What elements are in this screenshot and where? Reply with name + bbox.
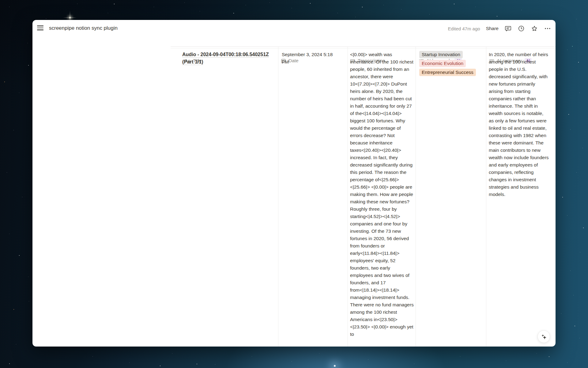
page-title[interactable]: screenpipe notion sync plugin xyxy=(49,25,118,31)
sidebar-toggle-icon[interactable] xyxy=(37,25,45,31)
keyword-tag[interactable]: Entrepreneurial Success xyxy=(419,69,476,76)
cell-title[interactable]: Audio - 2024-09-04T00:18:06.540251Z (Par… xyxy=(182,51,273,66)
star-field-colored xyxy=(0,0,1,1)
column-divider xyxy=(416,47,416,347)
last-edited-label: Edited 47m ago xyxy=(448,26,480,31)
cell-ai-keywords[interactable]: Startup Innovation Economic Evolution En… xyxy=(419,51,479,76)
header-divider xyxy=(171,47,556,47)
updates-clock-icon[interactable] xyxy=(518,25,525,32)
column-divider xyxy=(486,47,486,347)
cell-ai-summary[interactable]: In 2020, the number of heirs among the 1… xyxy=(489,51,549,198)
notion-ai-button[interactable] xyxy=(537,330,550,343)
favorite-star-icon[interactable] xyxy=(531,25,538,32)
bright-star xyxy=(69,17,71,18)
keyword-tag[interactable]: Economic Evolution xyxy=(419,60,466,67)
bottom-glow-star xyxy=(334,365,336,367)
sparkles-icon xyxy=(541,333,547,340)
topbar-actions: Edited 47m ago Share xyxy=(448,24,551,33)
notion-window: screenpipe notion sync plugin Edited 47m… xyxy=(32,20,556,347)
column-divider xyxy=(278,47,278,347)
keyword-tag[interactable]: Startup Innovation xyxy=(419,51,463,58)
column-divider xyxy=(348,47,348,347)
row-top-divider xyxy=(171,48,556,49)
share-button[interactable]: Share xyxy=(486,26,499,31)
more-icon[interactable] xyxy=(544,25,551,32)
cell-date[interactable]: September 3, 2024 5:18 PM xyxy=(282,51,337,66)
comment-icon[interactable] xyxy=(504,25,512,32)
cell-transcription[interactable]: <|0.00|> wealth was inheritance. Of the … xyxy=(350,51,414,338)
